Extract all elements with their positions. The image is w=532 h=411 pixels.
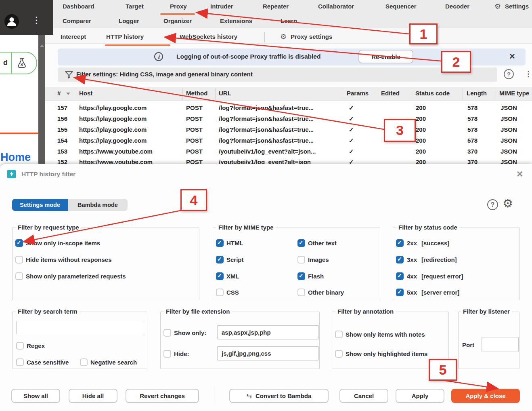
checkbox-case-sensitive[interactable]: [16, 358, 24, 366]
cell-mime: JSON: [501, 115, 517, 122]
tab-settings[interactable]: Settings: [505, 3, 529, 10]
search-term-input[interactable]: [16, 321, 144, 334]
subtab-proxy-settings[interactable]: Proxy settings: [291, 33, 332, 40]
dialog-help-icon[interactable]: ?: [487, 199, 498, 210]
checkbox-show-parameterized[interactable]: [15, 272, 23, 280]
cell-method: POST: [186, 115, 203, 122]
checkbox-label: Hide:: [174, 350, 189, 357]
checkbox-script[interactable]: [216, 256, 224, 263]
cell-url: /log?format=json&hasfast=true...: [219, 104, 314, 111]
checkbox-4xx[interactable]: [396, 272, 404, 280]
col-length[interactable]: Length: [467, 90, 487, 97]
tab-sequencer[interactable]: Sequencer: [385, 3, 417, 10]
col-url[interactable]: URL: [219, 90, 231, 97]
col-edited[interactable]: Edited: [381, 90, 400, 97]
tab-collaborator[interactable]: Collaborator: [318, 3, 354, 10]
checkbox-other-text[interactable]: [297, 239, 305, 247]
cell-url: /log?format=json&hasfast=true...: [219, 126, 314, 133]
checkbox-label: Other text: [308, 240, 337, 247]
checkbox-flash[interactable]: [297, 272, 305, 280]
dialog-gear-icon[interactable]: ⚙: [503, 196, 513, 210]
port-input[interactable]: [482, 337, 519, 352]
tab-proxy[interactable]: Proxy: [170, 3, 187, 10]
hide-ext-input[interactable]: [217, 346, 319, 360]
col-host[interactable]: Host: [79, 90, 92, 97]
browser-menu-icon[interactable]: ⋮: [32, 15, 41, 25]
col-num[interactable]: #: [57, 90, 61, 97]
checkbox-html[interactable]: [216, 239, 224, 247]
checkbox-label: Case sensitive: [27, 359, 69, 366]
tab-learn[interactable]: Learn: [281, 17, 297, 24]
group-title: Filter by MIME type: [216, 224, 276, 231]
kebab-menu-icon[interactable]: ⋮: [525, 70, 532, 78]
scroll-up-icon[interactable]: [40, 44, 44, 47]
tab-comparer[interactable]: Comparer: [63, 17, 91, 24]
checkbox-2xx[interactable]: [396, 239, 404, 247]
apply-button[interactable]: Apply: [396, 389, 444, 403]
col-params[interactable]: Params: [347, 90, 369, 97]
checkbox-5xx[interactable]: [396, 289, 404, 296]
checkbox-negative-search[interactable]: [80, 358, 88, 366]
hide-all-button[interactable]: Hide all: [69, 389, 117, 403]
tab-logger[interactable]: Logger: [119, 17, 139, 24]
settings-mode-button[interactable]: Settings mode: [12, 199, 68, 211]
cell-num: 157: [57, 104, 67, 111]
cell-url: /log?format=json&hasfast=true...: [219, 115, 314, 122]
apply-and-close-button[interactable]: Apply & close: [451, 389, 520, 403]
checkbox-show-in-scope[interactable]: [15, 239, 23, 247]
checkbox-label: Hide items without responses: [26, 256, 112, 263]
banner-message: Logging of out-of-scope Proxy traffic is…: [176, 53, 320, 60]
checkbox-images[interactable]: [297, 256, 305, 263]
checkbox-items-with-notes[interactable]: [335, 331, 343, 338]
checkbox-label: 2xx[success]: [407, 240, 449, 247]
checkbox-other-binary[interactable]: [297, 289, 305, 296]
show-all-button[interactable]: Show all: [11, 389, 60, 403]
group-request-type: Filter by request type: [12, 228, 199, 300]
cell-params-check: ✓: [349, 104, 354, 112]
cell-num: 156: [57, 115, 67, 122]
home-link[interactable]: Home: [0, 151, 31, 164]
dialog-close-icon[interactable]: ✕: [516, 169, 524, 179]
cell-length: 578: [467, 126, 478, 133]
tab-decoder[interactable]: Decoder: [445, 3, 469, 10]
subtab-http-history[interactable]: HTTP history: [106, 33, 144, 40]
avatar[interactable]: [4, 14, 19, 29]
checkbox-label: 4xx[request error]: [407, 273, 463, 280]
bambda-mode-button[interactable]: Bambda mode: [68, 199, 128, 211]
col-mime[interactable]: MIME type: [499, 90, 529, 97]
subtab-websockets-history[interactable]: WebSockets history: [180, 33, 237, 40]
checkbox-css[interactable]: [216, 289, 224, 296]
show-only-ext-input[interactable]: [217, 325, 319, 339]
tab-extensions[interactable]: Extensions: [220, 17, 252, 24]
tab-dashboard[interactable]: Dashboard: [63, 3, 94, 10]
tab-target[interactable]: Target: [126, 3, 144, 10]
revert-changes-button[interactable]: Revert changes: [126, 389, 199, 403]
convert-to-bambda-button[interactable]: ⇆ Convert to Bambda: [229, 389, 329, 403]
subtab-intercept[interactable]: Intercept: [61, 33, 86, 40]
checkbox-hide-ext[interactable]: [163, 350, 171, 358]
checkbox-label: Other binary: [308, 289, 344, 296]
bolt-glyph: [8, 171, 15, 177]
checkbox-show-only-ext[interactable]: [163, 329, 171, 337]
tab-intruder[interactable]: Intruder: [210, 3, 233, 10]
col-method[interactable]: Method: [186, 90, 207, 97]
checkbox-highlighted-items[interactable]: [335, 350, 343, 358]
tab-repeater[interactable]: Repeater: [263, 3, 289, 10]
cancel-button[interactable]: Cancel: [339, 389, 388, 403]
cell-host: https://play.google.com: [79, 126, 147, 133]
group-title: Filter by status code: [396, 224, 459, 231]
re-enable-button[interactable]: Re-enable: [358, 50, 413, 63]
help-icon[interactable]: ?: [504, 69, 514, 79]
cell-mime: JSON: [501, 126, 517, 133]
cell-mime: JSON: [501, 137, 517, 144]
scrollbar[interactable]: [38, 35, 45, 166]
proxy-tab-underline: [160, 13, 195, 15]
checkbox-regex[interactable]: [16, 342, 24, 350]
checkbox-3xx[interactable]: [396, 256, 404, 263]
col-status[interactable]: Status code: [415, 90, 450, 97]
tab-organizer[interactable]: Organizer: [163, 17, 192, 24]
checkbox-hide-without-responses[interactable]: [15, 256, 23, 263]
search-pill[interactable]: d: [0, 52, 37, 74]
banner-close-icon[interactable]: ✕: [509, 52, 515, 61]
checkbox-xml[interactable]: [216, 272, 224, 280]
